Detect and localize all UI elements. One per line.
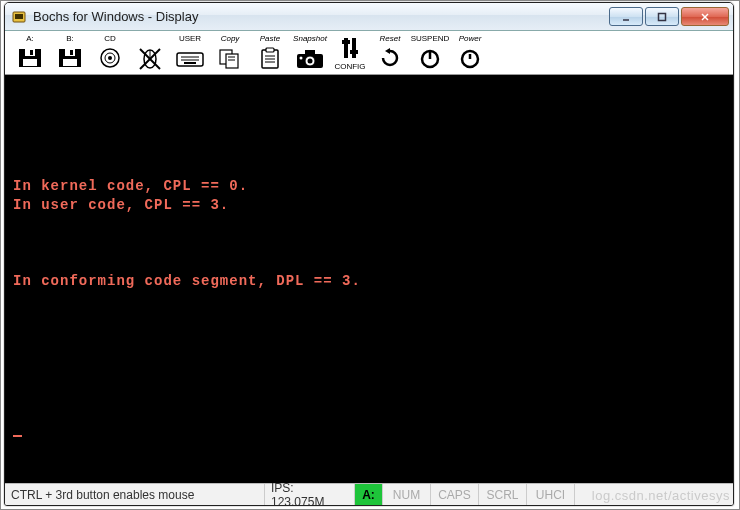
mouse-toggle-button[interactable] xyxy=(131,34,169,72)
svg-rect-3 xyxy=(659,13,666,20)
app-window: Bochs for Windows - Display A: B: xyxy=(4,2,734,506)
svg-rect-12 xyxy=(70,50,73,55)
svg-rect-13 xyxy=(63,59,77,66)
svg-point-38 xyxy=(300,56,303,59)
window-controls xyxy=(607,7,729,26)
terminal-display: In kernel code, CPL == 0. In user code, … xyxy=(5,75,733,483)
svg-rect-1 xyxy=(15,14,23,19)
reset-button[interactable]: Reset xyxy=(371,34,409,72)
status-caps: CAPS xyxy=(431,484,479,505)
app-icon xyxy=(11,9,27,25)
toolbar: A: B: CD USER xyxy=(5,31,733,75)
config-icon xyxy=(334,34,366,62)
window-title: Bochs for Windows - Display xyxy=(33,9,198,24)
status-uhci: UHCI xyxy=(527,484,575,505)
paste-icon xyxy=(254,44,286,72)
svg-rect-35 xyxy=(305,50,315,55)
minimize-button[interactable] xyxy=(609,7,643,26)
paste-button[interactable]: Paste xyxy=(251,34,289,72)
camera-icon xyxy=(294,44,326,72)
reset-icon xyxy=(374,44,406,72)
drive-b-button[interactable]: B: xyxy=(51,34,89,72)
status-mouse-hint: CTRL + 3rd button enables mouse xyxy=(5,484,265,505)
suspend-button[interactable]: SUSPEND xyxy=(411,34,449,72)
floppy-icon xyxy=(54,44,86,72)
power-button[interactable]: Power xyxy=(451,34,489,72)
cd-icon xyxy=(94,44,126,72)
svg-point-16 xyxy=(108,56,112,60)
drive-cd-button[interactable]: CD xyxy=(91,34,129,72)
mouse-disabled-icon xyxy=(134,44,166,72)
copy-icon xyxy=(214,44,246,72)
close-button[interactable] xyxy=(681,7,729,26)
cursor xyxy=(13,423,22,437)
power-icon xyxy=(454,44,486,72)
titlebar[interactable]: Bochs for Windows - Display xyxy=(5,3,733,31)
svg-rect-8 xyxy=(30,50,33,55)
keyboard-icon xyxy=(174,44,206,72)
terminal-line: In kernel code, CPL == 0. xyxy=(13,178,248,194)
floppy-icon xyxy=(14,44,46,72)
svg-rect-30 xyxy=(266,48,274,52)
user-button[interactable]: USER xyxy=(171,34,209,72)
terminal-line: In user code, CPL == 3. xyxy=(13,197,229,213)
svg-rect-41 xyxy=(342,40,350,44)
svg-point-37 xyxy=(308,58,313,63)
config-button[interactable]: CONFIG xyxy=(331,34,369,72)
status-drive-a[interactable]: A: xyxy=(355,484,383,505)
snapshot-button[interactable]: Snapshot xyxy=(291,34,329,72)
statusbar: CTRL + 3rd button enables mouse IPS: 123… xyxy=(5,483,733,505)
status-num: NUM xyxy=(383,484,431,505)
status-ips: IPS: 123.075M xyxy=(265,484,355,505)
maximize-button[interactable] xyxy=(645,7,679,26)
svg-rect-26 xyxy=(226,54,238,68)
terminal-line: In conforming code segment, DPL == 3. xyxy=(13,273,361,289)
svg-rect-9 xyxy=(23,59,37,66)
svg-rect-40 xyxy=(352,38,356,58)
drive-a-button[interactable]: A: xyxy=(11,34,49,72)
status-scrl: SCRL xyxy=(479,484,527,505)
suspend-icon xyxy=(414,44,446,72)
copy-button[interactable]: Copy xyxy=(211,34,249,72)
svg-rect-42 xyxy=(350,50,358,54)
